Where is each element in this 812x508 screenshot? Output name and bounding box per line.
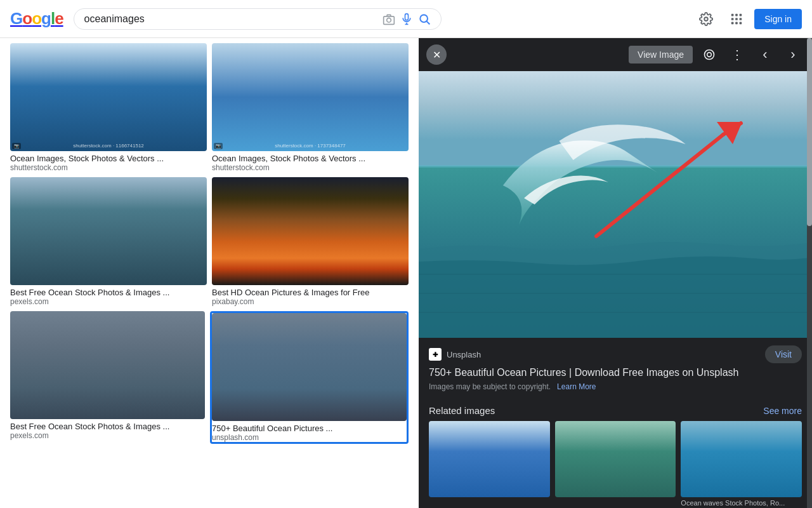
grid-item-2[interactable]: shutterstock.com · 1737348477 📷 Ocean Im… — [212, 43, 409, 172]
watermark-2: shutterstock.com · 1737348477 — [275, 143, 346, 149]
svg-point-5 — [420, 15, 428, 22]
watermark-1: shutterstock.com · 1166741512 — [73, 143, 144, 149]
learn-more-link[interactable]: Learn More — [557, 382, 596, 391]
detail-panel: ✕ View Image ⋮ ‹ › — [419, 38, 812, 508]
svg-rect-15 — [735, 22, 738, 24]
header-right: Sign in — [693, 6, 802, 32]
source-name: Unsplash — [447, 350, 481, 359]
img-source-2: shutterstock.com — [212, 163, 409, 172]
google-logo[interactable]: Google — [10, 9, 63, 29]
detail-info: ✚ Unsplash Visit 750+ Beautiful Ocean Pi… — [419, 338, 812, 400]
close-icon: ✕ — [433, 49, 441, 61]
svg-rect-8 — [731, 13, 734, 16]
grid-item-5[interactable]: Best Free Ocean Stock Photos & Images ..… — [10, 311, 205, 444]
camera-search-button[interactable] — [383, 13, 395, 25]
next-icon: › — [790, 46, 795, 63]
related-item-1[interactable] — [429, 421, 550, 508]
related-title: Related images — [429, 405, 495, 416]
img-caption-6: 750+ Beautiful Ocean Pictures ... — [212, 424, 407, 433]
related-caption-3: Ocean waves Stock Photos, Ro... — [681, 499, 802, 507]
more-icon: ⋮ — [731, 48, 743, 61]
red-arrow — [546, 109, 749, 274]
img-caption-1: Ocean Images, Stock Photos & Vectors ... — [10, 154, 207, 163]
grid-item-4[interactable]: Best HD Ocean Pictures & Images for Free… — [212, 177, 409, 306]
img-caption-2: Ocean Images, Stock Photos & Vectors ... — [212, 154, 409, 163]
detail-main-image — [419, 71, 812, 338]
svg-rect-16 — [740, 22, 742, 24]
svg-point-18 — [707, 53, 712, 57]
grid-item-6[interactable]: 750+ Beautiful Ocean Pictures ... unspla… — [210, 311, 409, 444]
svg-rect-13 — [740, 18, 742, 20]
related-item-3[interactable]: Ocean waves Stock Photos, Ro... depositp… — [681, 421, 802, 508]
svg-point-1 — [386, 18, 391, 22]
grid-row-2: Best Free Ocean Stock Photos & Images ..… — [10, 177, 409, 306]
img-source-3: pexels.com — [10, 297, 207, 306]
source-left: ✚ Unsplash — [429, 348, 481, 361]
related-img-2 — [555, 421, 676, 497]
see-more-link[interactable]: See more — [763, 406, 802, 416]
svg-rect-11 — [731, 18, 734, 20]
svg-line-25 — [596, 135, 723, 236]
img-source-6: unsplash.com — [212, 433, 407, 442]
image-grid: shutterstock.com · 1166741512 📷 Ocean Im… — [0, 38, 419, 508]
lens-button[interactable] — [698, 43, 721, 66]
svg-point-7 — [704, 17, 708, 21]
settings-icon — [699, 12, 713, 26]
img-caption-5: Best Free Ocean Stock Photos & Images ..… — [10, 422, 205, 431]
search-bar — [74, 8, 442, 30]
related-img-3 — [681, 421, 802, 497]
svg-rect-10 — [740, 13, 742, 16]
img-source-4: pixabay.com — [212, 297, 409, 306]
search-icon — [418, 13, 431, 25]
grid-row-3: Best Free Ocean Stock Photos & Images ..… — [10, 311, 409, 444]
detail-image-container — [419, 71, 812, 338]
search-button[interactable] — [418, 13, 431, 25]
apps-button[interactable] — [724, 6, 749, 32]
more-options-button[interactable]: ⋮ — [726, 43, 749, 66]
header: Google Sign in — [0, 0, 812, 38]
mic-icon — [400, 13, 413, 25]
cam-icon-2: 📷 — [216, 144, 221, 149]
grid-item-3[interactable]: Best Free Ocean Stock Photos & Images ..… — [10, 177, 207, 306]
grid-row-1: shutterstock.com · 1166741512 📷 Ocean Im… — [10, 43, 409, 172]
camera-icon — [383, 13, 395, 25]
copyright-text: Images may be subject to copyright. Lear… — [429, 382, 802, 391]
img-source-5: pexels.com — [10, 431, 205, 440]
related-images: Ocean waves Stock Photos, Ro... depositp… — [429, 421, 802, 508]
visit-button[interactable]: Visit — [765, 345, 802, 363]
unsplash-plus-icon: ✚ — [433, 351, 438, 358]
lens-icon — [703, 48, 716, 61]
prev-button[interactable]: ‹ — [754, 43, 776, 66]
voice-search-button[interactable] — [400, 13, 413, 25]
unsplash-logo: ✚ — [429, 348, 442, 361]
related-section: Related images See more Ocean waves Stoc… — [419, 400, 812, 508]
search-input[interactable] — [84, 13, 377, 25]
apps-icon — [730, 12, 743, 26]
cam-icon-1: 📷 — [14, 144, 20, 149]
next-button[interactable]: › — [782, 43, 804, 66]
img-caption-3: Best Free Ocean Stock Photos & Images ..… — [10, 288, 207, 297]
right-scrollbar[interactable] — [807, 38, 812, 508]
related-item-2[interactable] — [555, 421, 676, 508]
related-img-1 — [429, 421, 550, 497]
svg-rect-9 — [735, 13, 738, 16]
detail-close-button[interactable]: ✕ — [426, 44, 447, 65]
source-row: ✚ Unsplash Visit — [429, 345, 802, 363]
sign-in-button[interactable]: Sign in — [754, 9, 802, 29]
svg-point-17 — [705, 50, 714, 60]
svg-line-6 — [426, 21, 429, 24]
detail-title: 750+ Beautiful Ocean Pictures | Download… — [429, 367, 802, 378]
svg-rect-14 — [731, 22, 734, 24]
main-content: shutterstock.com · 1166741512 📷 Ocean Im… — [0, 38, 812, 508]
svg-rect-2 — [405, 13, 408, 20]
related-header: Related images See more — [429, 405, 802, 416]
img-source-1: shutterstock.com — [10, 163, 207, 172]
img-caption-4: Best HD Ocean Pictures & Images for Free — [212, 288, 409, 297]
settings-button[interactable] — [693, 6, 719, 32]
grid-item-1[interactable]: shutterstock.com · 1166741512 📷 Ocean Im… — [10, 43, 207, 172]
view-image-button[interactable]: View Image — [629, 46, 693, 64]
svg-rect-12 — [735, 18, 738, 20]
scrollbar-thumb — [807, 38, 812, 226]
detail-toolbar: ✕ View Image ⋮ ‹ › — [419, 38, 812, 71]
prev-icon: ‹ — [763, 46, 767, 63]
